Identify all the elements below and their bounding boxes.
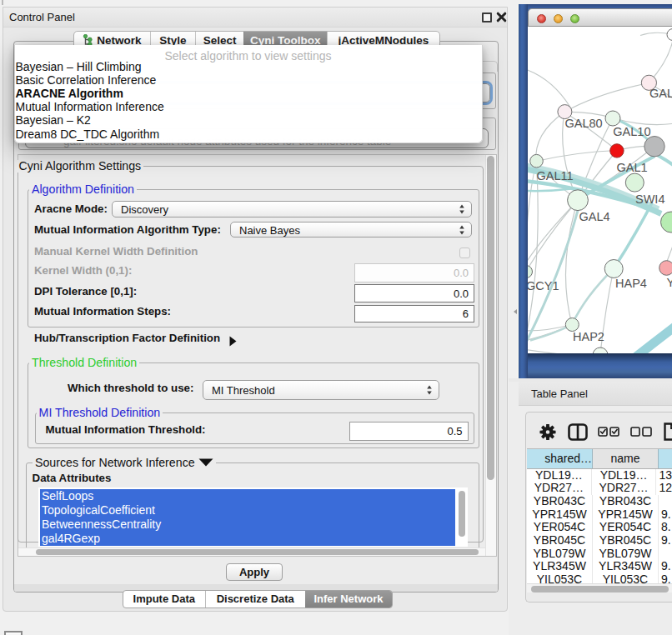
svg-text:YJ: YJ [667, 276, 672, 289]
svg-text:GAL7: GAL7 [649, 86, 672, 99]
svg-text:SWI4: SWI4 [635, 192, 664, 205]
svg-text:GCY1: GCY1 [528, 278, 559, 292]
svg-text:HAP4: HAP4 [615, 276, 647, 289]
svg-text:GAL1: GAL1 [617, 160, 648, 173]
svg-text:GAL4: GAL4 [579, 209, 610, 222]
svg-text:GAL80: GAL80 [565, 117, 603, 130]
svg-text:GAL10: GAL10 [613, 125, 650, 138]
svg-text:GAL11: GAL11 [537, 168, 574, 182]
svg-text:HAP2: HAP2 [573, 329, 604, 342]
